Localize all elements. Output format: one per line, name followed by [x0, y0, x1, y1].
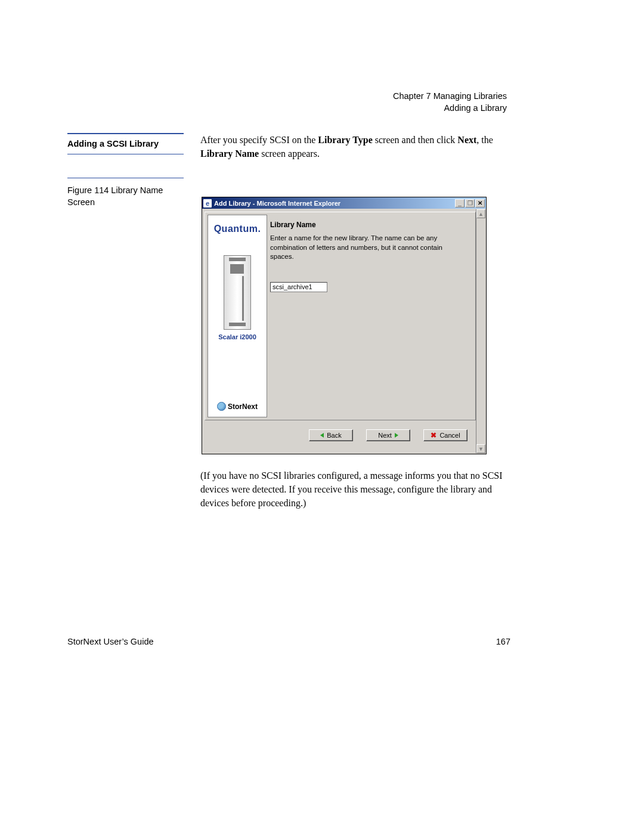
footer-page-number: 167	[496, 637, 510, 646]
next-button-label: Next	[378, 432, 392, 439]
panel-description: Enter a name for the new library. The na…	[270, 234, 461, 262]
intro-text: screen appears.	[259, 148, 320, 159]
scroll-down-button[interactable]: ▼	[476, 444, 485, 453]
intro-text: screen and then click	[373, 135, 458, 145]
arrow-right-icon	[395, 433, 398, 438]
chapter-line: Chapter 7 Managing Libraries	[393, 91, 507, 101]
screenshot-window: e Add Library - Microsoft Internet Explo…	[202, 197, 487, 454]
cancel-x-icon: ✖	[431, 432, 436, 439]
intro-bold-next: Next	[457, 135, 476, 145]
intro-text: After you specify SCSI on the	[200, 135, 318, 145]
section-line: Adding a Library	[364, 103, 507, 114]
window-title: Add Library - Microsoft Internet Explore…	[214, 200, 455, 207]
minimize-button[interactable]: _	[455, 199, 465, 208]
globe-icon	[217, 402, 226, 411]
restore-button[interactable]: ❐	[465, 199, 475, 208]
panel-heading: Library Name	[270, 221, 473, 229]
vertical-scrollbar[interactable]: ▲ ▼	[476, 209, 485, 453]
footer-guide-name: StorNext User’s Guide	[67, 637, 154, 646]
window-titlebar[interactable]: e Add Library - Microsoft Internet Explo…	[202, 197, 486, 209]
next-button[interactable]: Next	[366, 429, 410, 441]
stornext-label: StorNext	[228, 402, 258, 411]
window-client-area: Quantum. Scalar i2000 StorNext Library N…	[202, 209, 486, 454]
scroll-up-button[interactable]: ▲	[476, 209, 485, 218]
intro-bold-library-type: Library Type	[318, 135, 372, 145]
document-page: Chapter 7 Managing Libraries Adding a Li…	[0, 0, 644, 833]
arrow-left-icon	[320, 433, 324, 438]
close-button[interactable]: ✕	[475, 199, 485, 208]
page-header: Chapter 7 Managing Libraries Adding a Li…	[364, 91, 507, 114]
intro-text: , the	[476, 135, 493, 145]
library-name-input[interactable]	[270, 282, 327, 292]
cancel-button-label: Cancel	[439, 432, 460, 439]
intro-paragraph: After you specify SCSI on the Library Ty…	[200, 133, 504, 160]
ie-logo-icon: e	[203, 199, 212, 208]
after-paragraph: (If you have no SCSI libraries configure…	[200, 469, 504, 510]
stornext-brand: StorNext	[208, 402, 267, 411]
figure-caption: Figure 114 Library Name Screen	[67, 178, 184, 208]
tape-library-illustration-icon	[224, 255, 251, 330]
section-heading: Adding a SCSI Library	[67, 133, 184, 154]
brand-logo: Quantum.	[210, 224, 264, 234]
wizard-sidebar: Quantum. Scalar i2000 StorNext	[208, 215, 267, 417]
window-buttons: _ ❐ ✕	[455, 199, 485, 208]
back-button-label: Back	[327, 432, 341, 439]
intro-bold-library-name: Library Name	[200, 148, 259, 159]
wizard-panel: Quantum. Scalar i2000 StorNext Library N…	[205, 212, 476, 420]
back-button[interactable]: Back	[309, 429, 353, 441]
cancel-button[interactable]: ✖ Cancel	[423, 429, 467, 441]
wizard-button-bar: Back Next ✖ Cancel	[205, 426, 476, 444]
wizard-main-pane: Library Name Enter a name for the new li…	[270, 215, 473, 417]
product-label: Scalar i2000	[210, 333, 264, 340]
